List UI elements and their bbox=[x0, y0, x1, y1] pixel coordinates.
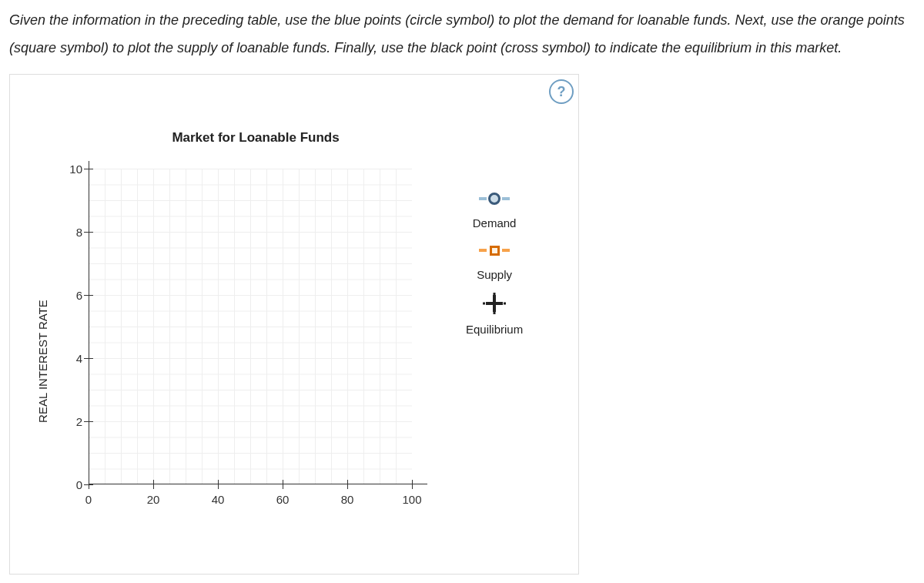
y-tick-label: 10 bbox=[55, 163, 82, 176]
x-tick bbox=[218, 480, 219, 489]
x-tick-label: 20 bbox=[147, 493, 160, 506]
legend-supply[interactable]: Supply bbox=[477, 243, 512, 281]
y-tick bbox=[84, 295, 93, 296]
legend-demand[interactable]: Demand bbox=[473, 192, 517, 230]
x-tick bbox=[412, 480, 413, 489]
x-tick bbox=[283, 480, 283, 489]
y-tick-label: 6 bbox=[55, 289, 82, 302]
x-axis-line bbox=[89, 484, 427, 484]
plot-area[interactable]: 10 8 6 4 2 0 0 20 40 60 80 100 bbox=[89, 169, 412, 484]
y-axis-line bbox=[89, 161, 89, 484]
y-tick-label: 4 bbox=[55, 352, 82, 365]
y-tick bbox=[84, 232, 93, 233]
chart-grid bbox=[89, 169, 412, 484]
circle-icon bbox=[479, 192, 510, 206]
help-button[interactable]: ? bbox=[549, 79, 574, 104]
y-tick bbox=[84, 169, 93, 169]
x-tick-label: 0 bbox=[85, 493, 92, 506]
instructions-text: Given the information in the preceding t… bbox=[9, 6, 915, 62]
legend-equilibrium[interactable]: Equilibrium bbox=[466, 295, 523, 336]
x-tick bbox=[347, 480, 348, 489]
legend-supply-label: Supply bbox=[477, 268, 512, 281]
legend-equilibrium-label: Equilibrium bbox=[466, 323, 523, 336]
chart-title: Market for Loanable Funds bbox=[0, 130, 569, 146]
cross-icon bbox=[483, 295, 506, 312]
x-tick bbox=[153, 480, 154, 489]
x-tick bbox=[89, 480, 89, 489]
y-axis-label: REAL INTEREST RATE bbox=[36, 300, 49, 423]
x-tick-label: 100 bbox=[402, 493, 421, 506]
x-tick-label: 40 bbox=[212, 493, 225, 506]
plot-wrapper: REAL INTEREST RATE 10 8 6 4 2 0 0 20 40 bbox=[73, 169, 566, 554]
y-tick-label: 8 bbox=[55, 226, 82, 239]
legend-palette: Demand Supply Equilibrium bbox=[466, 192, 523, 336]
square-icon bbox=[479, 243, 510, 257]
y-tick-label: 0 bbox=[55, 478, 82, 491]
x-tick-label: 80 bbox=[341, 493, 354, 506]
y-tick bbox=[84, 358, 93, 359]
y-tick-label: 2 bbox=[55, 415, 82, 428]
chart-container: ? Market for Loanable Funds REAL INTERES… bbox=[9, 74, 579, 575]
x-tick-label: 60 bbox=[276, 493, 290, 506]
y-tick bbox=[84, 421, 93, 422]
legend-demand-label: Demand bbox=[473, 216, 517, 230]
